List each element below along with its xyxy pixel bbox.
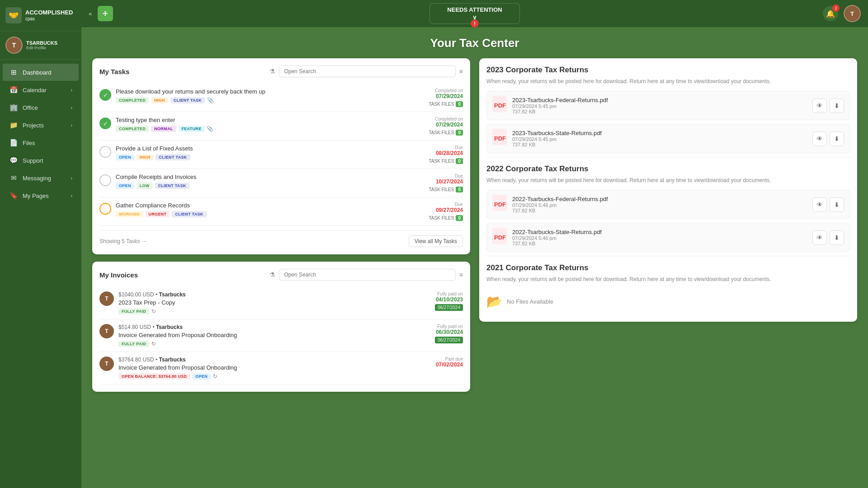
pdf-download-button[interactable]: ⬇ bbox=[830, 230, 844, 245]
needs-attention-banner[interactable]: NEEDS ATTENTION ∨ ! bbox=[429, 3, 520, 24]
filter-icon[interactable]: ⚗ bbox=[269, 271, 275, 278]
pdf-size: 737.82 KB bbox=[512, 241, 807, 246]
no-files-text: No Files Available bbox=[507, 298, 553, 305]
priority-badge: NORMAL bbox=[151, 126, 176, 132]
attachment-icon: 📎 bbox=[207, 126, 213, 132]
pdf-view-button[interactable]: 👁 bbox=[812, 197, 827, 212]
invoices-search-input[interactable] bbox=[279, 269, 455, 281]
task-meta: Due 10/27/2024 TASK FILES 0 bbox=[404, 174, 463, 192]
task-files-count: 0 bbox=[456, 215, 463, 221]
pdf-download-button[interactable]: ⬇ bbox=[830, 197, 844, 212]
refresh-icon[interactable]: ↻ bbox=[213, 373, 217, 380]
sidebar-item-label: Dashboard bbox=[23, 69, 52, 76]
type-badge: CLIENT TASK bbox=[170, 97, 205, 103]
my-invoices-card: My Invoices ⚗ ≡ T $1040.00 USD • Tsarbuc… bbox=[92, 262, 470, 392]
page-content: Your Tax Center My Tasks ⚗ ≡ ✓ bbox=[81, 27, 868, 488]
sidebar-item-calendar[interactable]: 📅 Calendar › bbox=[3, 81, 79, 99]
pdf-actions: 👁 ⬇ bbox=[812, 99, 844, 113]
sidebar-collapse-button[interactable]: « bbox=[89, 10, 92, 17]
svg-text:PDF: PDF bbox=[494, 201, 506, 208]
attention-dot: ! bbox=[471, 19, 479, 28]
pdf-size: 737.82 KB bbox=[512, 142, 807, 147]
files-icon: 📄 bbox=[9, 139, 18, 147]
chevron-right-icon: › bbox=[71, 193, 72, 198]
invoice-extra-date: 06/27/2024 bbox=[435, 337, 463, 343]
tax-section-desc: When ready, your returns will be posted … bbox=[486, 176, 850, 184]
pdf-item: PDF 2022-Tsarbucks-Federal-Returns.pdf 0… bbox=[486, 190, 850, 219]
section-divider bbox=[486, 157, 850, 157]
invoice-amount: $3764.80 USD • Tsarbucks bbox=[118, 357, 400, 363]
filter-icon[interactable]: ⚗ bbox=[269, 68, 275, 75]
sidebar-item-messaging[interactable]: ✉ Messaging › bbox=[3, 169, 79, 187]
status-badge: WORKING bbox=[116, 211, 143, 217]
logo-text: ACCOMPLISHEDcpas bbox=[25, 9, 73, 22]
pdf-name: 2022-Tsarbucks-State-Returns.pdf bbox=[512, 229, 807, 235]
add-button[interactable]: + bbox=[98, 6, 113, 21]
pdf-icon: PDF bbox=[492, 195, 507, 214]
task-files: TASK FILES 0 bbox=[404, 187, 463, 192]
invoice-date: 04/10/2023 bbox=[404, 296, 463, 303]
tax-section-title: 2022 Corporate Tax Returns bbox=[486, 164, 850, 174]
tasks-footer: Showing 5 Tasks → View all My Tasks bbox=[99, 230, 463, 247]
my-tasks-card: My Tasks ⚗ ≡ ✓ Please download your retu… bbox=[92, 58, 470, 254]
content-grid: My Tasks ⚗ ≡ ✓ Please download your retu… bbox=[92, 58, 857, 479]
priority-badge: HIGH bbox=[137, 154, 154, 160]
refresh-icon[interactable]: ↻ bbox=[151, 308, 156, 314]
task-date: 07/29/2024 bbox=[404, 122, 463, 128]
invoice-date: 07/02/2024 bbox=[404, 361, 463, 368]
chevron-right-icon: › bbox=[71, 123, 72, 128]
pdf-icon: PDF bbox=[492, 228, 507, 247]
tasks-menu-icon[interactable]: ≡ bbox=[459, 68, 463, 75]
invoice-row: T $1040.00 USD • Tsarbucks 2023 Tax Prep… bbox=[99, 287, 463, 319]
task-date: 07/29/2024 bbox=[404, 93, 463, 99]
task-checkbox[interactable] bbox=[99, 174, 111, 186]
task-checkbox[interactable]: ✓ bbox=[99, 89, 111, 101]
sidebar-item-dashboard[interactable]: ⊞ Dashboard bbox=[3, 64, 79, 81]
sidebar: 🤝 ACCOMPLISHEDcpas T TSARBUCKS Edit Prof… bbox=[0, 0, 81, 488]
task-meta: Completed on 07/29/2024 TASK FILES 0 bbox=[404, 117, 463, 136]
refresh-icon[interactable]: ↻ bbox=[151, 341, 156, 347]
task-files: TASK FILES 0 bbox=[404, 158, 463, 164]
task-badges: WORKING URGENT CLIENT TASK bbox=[116, 211, 400, 217]
sidebar-item-support[interactable]: 💬 Support bbox=[3, 152, 79, 169]
sidebar-item-label: Support bbox=[23, 157, 43, 164]
task-checkbox[interactable]: ✓ bbox=[99, 117, 111, 129]
mypages-icon: 🔖 bbox=[9, 192, 18, 200]
task-meta: Due 09/27/2024 TASK FILES 0 bbox=[404, 202, 463, 221]
page-title: Your Tax Center bbox=[92, 36, 857, 50]
invoice-meta: Fully paid on 04/10/2023 06/27/2024 bbox=[404, 291, 463, 311]
pdf-view-button[interactable]: 👁 bbox=[812, 131, 827, 146]
pdf-download-button[interactable]: ⬇ bbox=[830, 99, 844, 113]
sidebar-item-office[interactable]: 🏢 Office › bbox=[3, 99, 79, 116]
status-badge: COMPLETED bbox=[116, 126, 149, 132]
task-files-label: TASK FILES bbox=[429, 216, 454, 221]
view-all-tasks-button[interactable]: View all My Tasks bbox=[409, 235, 463, 247]
task-row: Provide a List of Fixed Assets OPEN HIGH… bbox=[99, 141, 463, 169]
pdf-date: 07/29/2024 5:45 pm bbox=[512, 136, 807, 142]
profile-name: TSARBUCKS bbox=[26, 40, 57, 46]
invoice-date-label: Fully paid on bbox=[404, 291, 463, 296]
invoices-menu-icon[interactable]: ≡ bbox=[459, 271, 463, 278]
pdf-download-button[interactable]: ⬇ bbox=[830, 131, 844, 146]
task-checkbox[interactable] bbox=[99, 203, 111, 215]
invoice-status-badge: OPEN BALANCE: $3764.80 USD bbox=[118, 373, 190, 380]
notifications-button[interactable]: 🔔 2 bbox=[823, 6, 838, 21]
tasks-search-input[interactable] bbox=[279, 66, 455, 77]
edit-profile-link[interactable]: Edit Profile bbox=[26, 46, 57, 50]
sidebar-item-mypages[interactable]: 🔖 My Pages › bbox=[3, 187, 79, 204]
pdf-date: 07/29/2024 5:46 pm bbox=[512, 235, 807, 241]
task-date-label: Due bbox=[404, 202, 463, 207]
invoice-avatar: T bbox=[99, 357, 114, 371]
task-checkbox[interactable] bbox=[99, 146, 111, 158]
pdf-view-button[interactable]: 👁 bbox=[812, 99, 827, 113]
invoice-amount: $1040.00 USD • Tsarbucks bbox=[118, 291, 400, 298]
attachment-icon: 📎 bbox=[207, 97, 214, 103]
user-avatar-top[interactable]: T bbox=[844, 5, 861, 22]
task-date: 09/27/2024 bbox=[404, 207, 463, 213]
task-files-label: TASK FILES bbox=[429, 130, 454, 135]
sidebar-profile[interactable]: T TSARBUCKS Edit Profile bbox=[0, 31, 81, 60]
sidebar-item-projects[interactable]: 📁 Projects › bbox=[3, 117, 79, 134]
pdf-view-button[interactable]: 👁 bbox=[812, 230, 827, 245]
task-date: 08/28/2024 bbox=[404, 150, 463, 156]
sidebar-item-files[interactable]: 📄 Files bbox=[3, 134, 79, 151]
